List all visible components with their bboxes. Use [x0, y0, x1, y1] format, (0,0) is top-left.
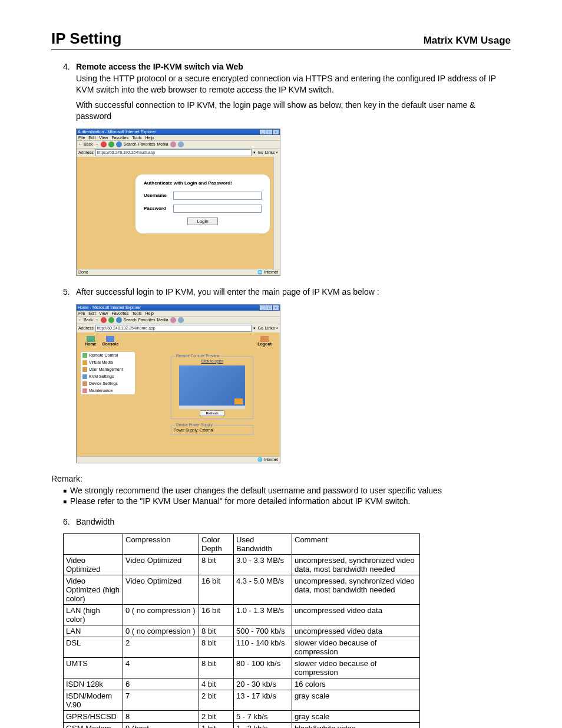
sidebar: Remote Control Virtual Media User Manage…	[80, 351, 135, 395]
virtual-media-icon	[82, 360, 87, 365]
step-6-num: 6.	[63, 516, 70, 528]
user-management-icon	[82, 367, 87, 372]
home-button[interactable]: Home	[85, 336, 96, 346]
power-text: Power Supply: External	[174, 428, 250, 432]
click-to-open-link[interactable]: Click to open	[174, 359, 250, 363]
page-subtitle: Matrix KVM Usage	[424, 35, 511, 47]
console-button[interactable]: Console	[102, 336, 118, 346]
table-row: UMTS48 bit80 - 100 kb/sslower video beca…	[64, 658, 420, 678]
remark-item-1: We strongly recommend the user changes t…	[63, 486, 511, 495]
desktop-preview[interactable]	[179, 365, 245, 409]
address-bar-2[interactable]: Address http://60.248.192.254/home.asp ▾…	[77, 324, 280, 332]
step-4: 4. Remote access the IP-KVM switch via W…	[63, 61, 511, 123]
table-row: Video Optimized (high color)Video Optimi…	[64, 575, 420, 605]
window-controls[interactable]: _□×	[259, 130, 279, 134]
window-title: Authentication - Microsoft Internet Expl…	[78, 130, 156, 134]
page-title: IP Setting	[51, 29, 121, 48]
username-input[interactable]	[173, 192, 262, 200]
step-5: 5. After successful login to IP KVM, you…	[63, 286, 511, 298]
table-row: LAN (high color)0 ( no compression )16 b…	[64, 605, 420, 625]
address-input-2[interactable]: http://60.248.192.254/home.asp	[95, 325, 252, 332]
kvm-settings-icon	[82, 374, 87, 379]
windows-logo-icon	[234, 398, 243, 404]
bandwidth-table: Compression Color Depth Used Bandwidth C…	[63, 533, 420, 728]
menubar[interactable]: FileEditViewFavoritesToolsHelp	[77, 135, 280, 141]
taskbar	[179, 406, 245, 409]
sidebar-item-maintenance[interactable]: Maintenance	[81, 387, 135, 394]
step-4-body2: With successful connection to IP KVM, th…	[76, 100, 511, 123]
preview-legend: Remote Console Preview	[175, 354, 220, 358]
refresh-button[interactable]: Refresh	[200, 410, 224, 416]
console-icon	[106, 336, 114, 342]
login-screenshot: Authentication - Microsoft Internet Expl…	[76, 129, 280, 276]
step-6-label: Bandwidth	[76, 517, 114, 526]
address-input[interactable]: https://60.248.192.254/auth.asp	[95, 149, 252, 156]
status-left: Done	[78, 270, 88, 275]
mainpage-screenshot: Home - Microsoft Internet Explorer _□× F…	[76, 304, 280, 463]
logout-button[interactable]: Logout	[257, 336, 272, 346]
home-icon	[87, 336, 95, 342]
device-settings-icon	[82, 381, 87, 386]
window-controls-2[interactable]: _□×	[259, 305, 279, 310]
sidebar-item-virtual-media[interactable]: Virtual Media	[81, 359, 135, 366]
device-power-supply-fieldset: Device Power Supply Power Supply: Extern…	[171, 425, 253, 435]
table-row: Video OptimizedVideo Optimized8 bit3.0 -…	[64, 555, 420, 575]
step-4-body1: Using the HTTP protocol or a secure encr…	[76, 74, 496, 95]
toolbar-2[interactable]: ← Back→ Search Favorites Media	[77, 317, 280, 324]
password-label: Password	[144, 206, 173, 211]
login-panel-title: Authenticate with Login and Password!	[144, 180, 262, 186]
login-button[interactable]: Login	[187, 218, 218, 225]
sidebar-item-device-settings[interactable]: Device Settings	[81, 380, 135, 387]
remote-console-preview-fieldset: Remote Console Preview Click to open Ref…	[171, 356, 253, 419]
table-header-row: Compression Color Depth Used Bandwidth C…	[64, 534, 420, 555]
scrollbar[interactable]	[273, 157, 280, 269]
remark-title: Remark:	[51, 474, 82, 483]
table-row: ISDN 128k64 bit20 - 30 kb/s16 colors	[64, 678, 420, 690]
logout-icon	[260, 336, 269, 342]
step-4-title: Remote access the IP-KVM switch via Web	[76, 62, 243, 71]
step-5-num: 5.	[63, 286, 70, 298]
table-row: GSM Modem9 (best compression)1 bit1 - 3 …	[64, 723, 420, 728]
status-right-2: 🌐 Internet	[257, 457, 278, 462]
step-6: 6. Bandwidth	[63, 516, 511, 528]
step-4-num: 4.	[63, 61, 70, 73]
toolbar[interactable]: ← Back→ Search Favorites Media	[77, 141, 280, 149]
sidebar-item-remote-control[interactable]: Remote Control	[81, 352, 135, 359]
address-bar[interactable]: Address https://60.248.192.254/auth.asp …	[77, 149, 280, 157]
menubar-2[interactable]: FileEditViewFavoritesToolsHelp	[77, 311, 280, 317]
username-label: Username	[144, 193, 173, 198]
table-row: ISDN/Modem V.9072 bit13 - 17 kb/sgray sc…	[64, 690, 420, 711]
maintenance-icon	[82, 388, 87, 393]
login-panel: Authenticate with Login and Password! Us…	[135, 174, 270, 233]
power-legend: Device Power Supply	[175, 423, 214, 427]
remote-control-icon	[82, 353, 87, 358]
sidebar-item-user-management[interactable]: User Management	[81, 366, 135, 373]
password-input[interactable]	[173, 205, 262, 213]
remark-item-2: Please refer to the "IP KVM User Manual"…	[63, 496, 511, 506]
step-5-body: After successful login to IP KVM, you wi…	[76, 287, 379, 297]
table-row: DSL28 bit110 - 140 kb/sslower video beca…	[64, 637, 420, 658]
table-row: LAN0 ( no compression )8 bit500 - 700 kb…	[64, 625, 420, 637]
remark-block: Remark: We strongly recommend the user c…	[51, 474, 511, 506]
sidebar-item-kvm-settings[interactable]: KVM Settings	[81, 373, 135, 380]
status-right: 🌐 Internet	[257, 270, 278, 275]
window-title-2: Home - Microsoft Internet Explorer	[78, 305, 141, 310]
table-row: GPRS/HSCSD82 bit5 - 7 kb/sgray scale	[64, 711, 420, 723]
